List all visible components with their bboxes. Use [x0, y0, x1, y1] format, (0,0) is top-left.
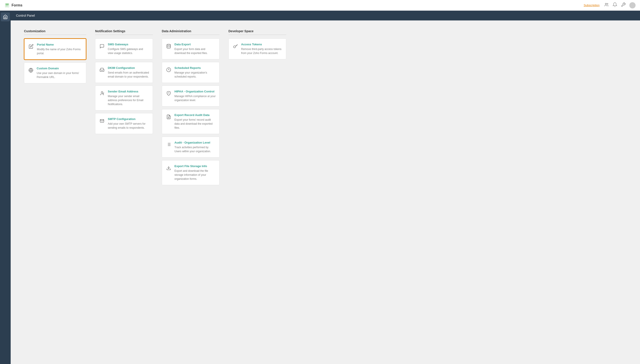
card-title-audit-organization-level: Audit - Organization Level: [174, 141, 216, 144]
card-access-tokens[interactable]: Access TokensRemove third-party access t…: [228, 38, 286, 59]
tools-icon[interactable]: [621, 2, 626, 8]
sidebar-nav: [0, 11, 11, 364]
subscription-link[interactable]: Subscription: [584, 4, 600, 7]
card-title-data-export: Data Export: [174, 43, 216, 46]
svg-rect-3: [6, 6, 8, 6]
svg-point-11: [101, 92, 103, 93]
card-title-sms-gateways: SMS Gateways: [108, 43, 149, 46]
card-sms-gateways[interactable]: SMS GatewaysConfigure SMS gateways and v…: [95, 38, 153, 59]
sidebar-home-item[interactable]: [1, 12, 10, 21]
sms-icon: [99, 43, 105, 49]
card-export-record-audit-data[interactable]: Export Record Audit DataExport your form…: [162, 109, 220, 134]
card-title-custom-domain: Custom Domain: [37, 67, 82, 70]
card-desc-sms-gateways: Configure SMS gateways and view usage st…: [108, 47, 149, 55]
smtp-icon: [99, 118, 105, 124]
card-title-export-record-audit-data: Export Record Audit Data: [174, 113, 216, 117]
svg-rect-2: [6, 5, 9, 5]
card-scheduled-reports[interactable]: Scheduled ReportsManage your organizatio…: [162, 62, 220, 83]
card-audit-organization-level[interactable]: Audit - Organization LevelTrack activiti…: [162, 137, 220, 158]
card-sender-email-address[interactable]: Sender Email AddressManage your sender e…: [95, 86, 153, 110]
svg-rect-1: [6, 4, 9, 4]
svg-point-26: [234, 46, 236, 48]
topbar: Forms Subscription: [0, 0, 640, 11]
clock-icon: [166, 67, 172, 73]
edit-icon: [28, 43, 34, 50]
hipaa-icon: [166, 90, 172, 96]
column-data-administration: Data AdministrationData ExportExport you…: [157, 29, 224, 188]
card-desc-dkim-configuration: Send emails from an authenticated email …: [108, 71, 149, 79]
column-notification-settings: Notification SettingsSMS GatewaysConfigu…: [91, 29, 157, 188]
column-header-notification-settings: Notification Settings: [95, 29, 153, 35]
main-content: CustomizationPortal NameModify the name …: [11, 20, 640, 364]
card-title-sender-email-address: Sender Email Address: [108, 90, 149, 93]
card-desc-smtp-configuration: Add your own SMTP servers for sending em…: [108, 122, 149, 130]
audit-data-icon: [166, 114, 172, 120]
card-title-scheduled-reports: Scheduled Reports: [174, 66, 216, 70]
card-hipaa-organization-control[interactable]: HIPAA - Organization ControlManage HIPAA…: [162, 86, 220, 106]
card-title-export-file-storage-info: Export File Storage Info: [174, 164, 216, 168]
globe-icon: [28, 67, 34, 73]
card-desc-export-file-storage-info: Export and download the file storage inf…: [174, 169, 216, 181]
card-desc-scheduled-reports: Manage your organization's scheduled rep…: [174, 71, 216, 79]
card-title-portal-name: Portal Name: [37, 43, 82, 46]
users-icon[interactable]: [604, 2, 609, 8]
card-dkim-configuration[interactable]: DKIM ConfigurationSend emails from an au…: [95, 62, 153, 83]
card-desc-custom-domain: Use your own domain in your forms' Perma…: [37, 71, 82, 79]
card-export-file-storage-info[interactable]: Export File Storage InfoExport and downl…: [162, 160, 220, 185]
breadcrumb: Control Panel: [16, 14, 35, 17]
card-desc-portal-name: Modify the name of your Zoho Forms porta…: [37, 47, 82, 55]
audit-org-icon: [166, 141, 172, 148]
card-desc-audit-organization-level: Track activities performed by Users with…: [174, 145, 216, 153]
access-token-icon: [232, 43, 238, 49]
column-header-developer-space: Developer Space: [228, 29, 286, 35]
breadcrumb-bar: Control Panel: [11, 11, 640, 20]
card-portal-name[interactable]: Portal NameModify the name of your Zoho …: [24, 38, 86, 60]
card-desc-access-tokens: Remove third-party access tokens from yo…: [241, 47, 282, 55]
email-icon: [99, 90, 105, 96]
data-export-icon: [166, 43, 172, 49]
column-header-data-administration: Data Administration: [162, 29, 220, 35]
storage-icon: [166, 165, 172, 171]
svg-point-5: [607, 3, 608, 4]
card-title-smtp-configuration: SMTP Configuration: [108, 117, 149, 121]
column-customization: CustomizationPortal NameModify the name …: [24, 29, 91, 188]
column-header-customization: Customization: [24, 29, 86, 35]
svg-point-13: [167, 44, 171, 46]
bell-icon[interactable]: [612, 2, 617, 8]
card-smtp-configuration[interactable]: SMTP ConfigurationAdd your own SMTP serv…: [95, 113, 153, 134]
card-title-access-tokens: Access Tokens: [241, 43, 282, 46]
app-title: Forms: [12, 3, 22, 7]
control-panel-grid: CustomizationPortal NameModify the name …: [24, 29, 291, 188]
card-desc-sender-email-address: Manage your sender email address prefere…: [108, 94, 149, 106]
card-desc-export-record-audit-data: Export your forms' record audit data and…: [174, 118, 216, 130]
svg-point-4: [605, 3, 607, 4]
card-title-hipaa-organization-control: HIPAA - Organization Control: [174, 90, 216, 93]
card-desc-hipaa-organization-control: Manage HIPAA compliance at your organiza…: [174, 94, 216, 102]
topbar-icons: [604, 2, 636, 8]
dkim-icon: [99, 67, 105, 73]
card-data-export[interactable]: Data ExportExport your form data and dow…: [162, 38, 220, 59]
column-developer-space: Developer SpaceAccess TokensRemove third…: [224, 29, 291, 188]
user-avatar[interactable]: [629, 2, 636, 8]
forms-logo-icon: [4, 3, 10, 8]
card-desc-data-export: Export your form data and download the e…: [174, 47, 216, 55]
topbar-right: Subscription: [584, 2, 636, 8]
card-title-dkim-configuration: DKIM Configuration: [108, 66, 149, 70]
card-custom-domain[interactable]: Custom DomainUse your own domain in your…: [24, 62, 86, 83]
app-logo: Forms: [4, 3, 22, 8]
